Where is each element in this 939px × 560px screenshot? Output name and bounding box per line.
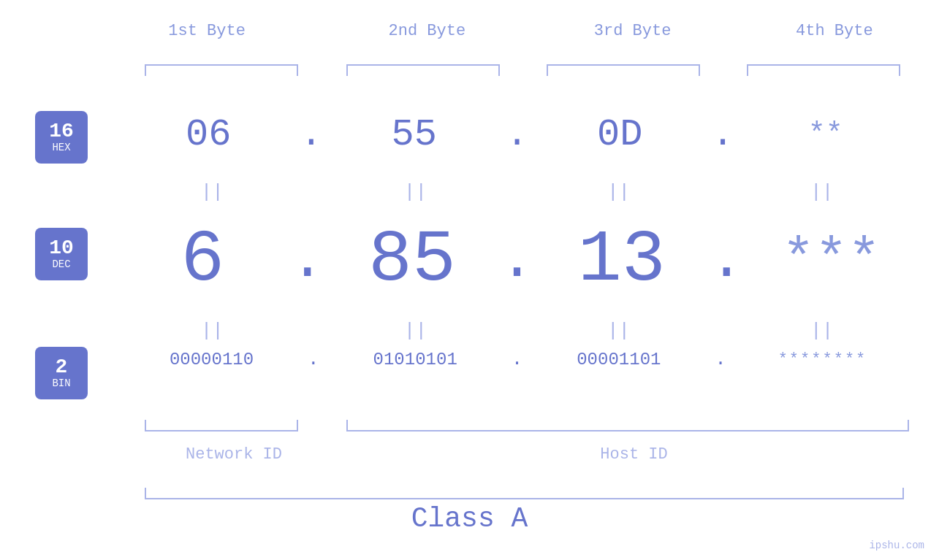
bin-val-2: 01010101 [331,350,499,369]
bin-badge-number: 2 [56,357,68,377]
dec-badge-number: 10 [49,238,74,258]
eq-row-2: || || || || [117,320,917,342]
class-label: Class A [0,503,939,534]
eq-2-3: || [607,320,630,342]
bin-badge-label: BIN [52,377,70,390]
hex-val-2: 55 [341,113,487,156]
bottom-bracket-network [145,420,298,431]
eq-1-1: || [201,181,224,203]
dec-val-2: 85 [339,219,485,302]
dec-val-4: *** [759,229,905,291]
top-bracket-4 [747,64,900,76]
hex-sep-2: . [506,113,528,156]
bin-badge: 2 BIN [35,347,88,399]
col-header-3: 3rd Byte [550,22,715,40]
bin-row: 00000110 . 01010101 . 00001101 . *******… [117,348,917,370]
eq-row-1: || || || || [117,181,917,203]
bin-val-3: 00001101 [535,350,703,369]
hex-badge: 16 HEX [35,111,88,164]
dec-sep-1: . [290,227,325,294]
bin-sep-3: . [715,348,726,370]
eq-1-4: || [810,181,833,203]
eq-2-4: || [810,320,833,342]
watermark: ipshu.com [869,540,924,551]
eq-1-2: || [404,181,427,203]
top-bracket-3 [547,64,700,76]
top-bracket-1 [145,64,298,76]
bottom-bracket-host [346,420,909,431]
dec-row: 6 . 85 . 13 . *** [117,219,917,302]
eq-2-1: || [201,320,224,342]
hex-val-4: ** [753,118,899,151]
bin-val-4: ******** [738,350,906,369]
bin-val-1: 00000110 [128,350,296,369]
host-id-label: Host ID [351,445,917,464]
network-id-label: Network ID [117,445,351,464]
hex-badge-label: HEX [52,142,70,154]
col-header-2: 2nd Byte [344,22,509,40]
dec-val-3: 13 [549,219,695,302]
eq-2-2: || [404,320,427,342]
top-bracket-2 [346,64,500,76]
bin-sep-2: . [512,348,523,370]
labels-row: Network ID Host ID [117,445,917,464]
hex-sep-3: . [711,113,734,156]
dec-badge-label: DEC [52,258,70,271]
bin-sep-1: . [308,348,319,370]
hex-val-3: 0D [547,113,693,156]
hex-badge-number: 16 [49,121,74,142]
dec-val-1: 6 [129,219,275,302]
eq-1-3: || [607,181,630,203]
dec-sep-2: . [499,227,534,294]
hex-val-1: 06 [135,113,281,156]
dec-sep-3: . [709,227,744,294]
column-headers: 1st Byte 2nd Byte 3rd Byte 4th Byte [117,22,917,40]
col-header-1: 1st Byte [124,22,289,40]
dec-badge: 10 DEC [35,228,88,280]
col-header-4: 4th Byte [752,22,917,40]
hex-row: 06 . 55 . 0D . ** [117,113,917,156]
full-bottom-bracket [145,488,904,499]
main-container: 16 HEX 10 DEC 2 BIN 1st Byte 2nd Byte 3r… [0,0,939,560]
hex-sep-1: . [300,113,322,156]
